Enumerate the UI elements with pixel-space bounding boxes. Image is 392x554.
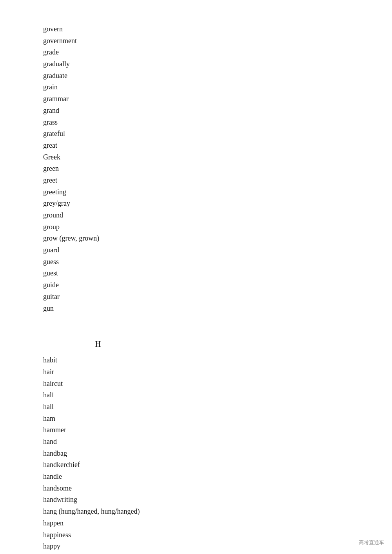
list-item: grand xyxy=(43,105,392,117)
list-item: hang (hung/hanged, hung/hanged) xyxy=(43,506,392,518)
list-item: hair xyxy=(43,366,392,378)
list-item: happiness xyxy=(43,529,392,541)
list-item: happen xyxy=(43,518,392,529)
list-item: handbag xyxy=(43,448,392,460)
list-item: Greek xyxy=(43,152,392,163)
list-item: handwriting xyxy=(43,494,392,506)
list-item: govern xyxy=(43,24,392,35)
list-item: government xyxy=(43,35,392,47)
list-item: graduate xyxy=(43,70,392,82)
list-item: hammer xyxy=(43,424,392,436)
list-item: hand xyxy=(43,436,392,448)
list-item: handle xyxy=(43,471,392,483)
g-section: governgovernmentgradegraduallygraduategr… xyxy=(43,24,392,314)
list-item: grass xyxy=(43,117,392,129)
word-list: governgovernmentgradegraduallygraduategr… xyxy=(0,0,392,554)
list-item: handsome xyxy=(43,483,392,494)
list-item: haircut xyxy=(43,378,392,390)
list-item: ground xyxy=(43,210,392,221)
list-item: grammar xyxy=(43,93,392,105)
list-item: guard xyxy=(43,244,392,256)
list-item: greet xyxy=(43,175,392,186)
list-item: green xyxy=(43,163,392,175)
list-item: ham xyxy=(43,413,392,425)
list-item: grow (grew, grown) xyxy=(43,233,392,244)
list-item: grateful xyxy=(43,128,392,140)
list-item: hard xyxy=(43,552,392,554)
list-item: handkerchief xyxy=(43,459,392,471)
list-item: great xyxy=(43,140,392,152)
list-item: grain xyxy=(43,81,392,93)
list-item: habit xyxy=(43,355,392,366)
list-item: happy xyxy=(43,541,392,552)
list-item: gradually xyxy=(43,58,392,70)
list-item: guitar xyxy=(43,291,392,303)
list-item: guest xyxy=(43,268,392,279)
list-item: grey/gray xyxy=(43,198,392,210)
list-item: half xyxy=(43,389,392,401)
watermark: 高考直通车 xyxy=(359,539,384,546)
list-item: greeting xyxy=(43,186,392,198)
list-item: grade xyxy=(43,47,392,58)
section-header-h: H xyxy=(43,338,153,351)
list-item: group xyxy=(43,221,392,233)
list-item: guess xyxy=(43,256,392,268)
h-section: Hhabithairhaircuthalfhallhamhammerhandha… xyxy=(43,338,392,554)
list-item: gun xyxy=(43,303,392,315)
list-item: hall xyxy=(43,401,392,413)
list-item: guide xyxy=(43,279,392,291)
